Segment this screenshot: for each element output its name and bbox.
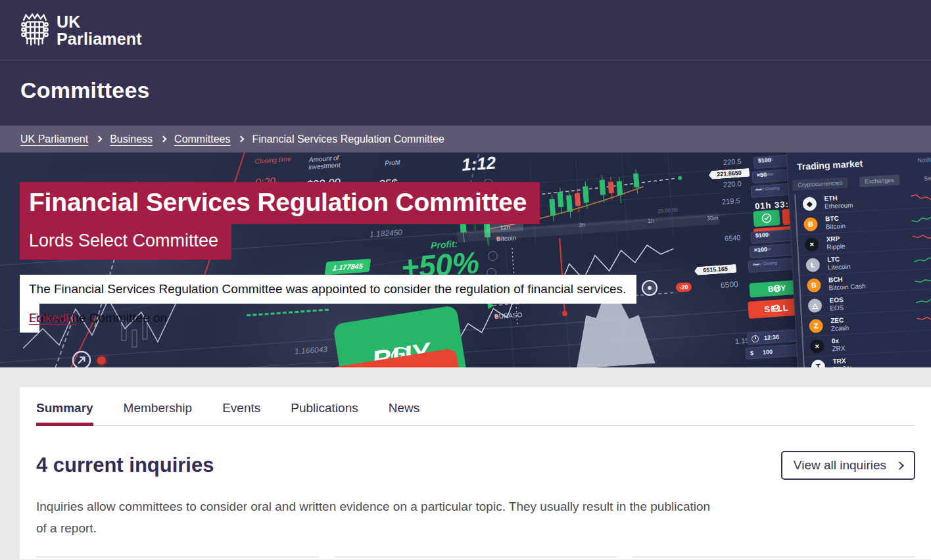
inquiry-card: [633, 557, 915, 559]
logo-wordmark: UK Parliament: [57, 13, 142, 47]
inquiries-heading: 4 current inquiries: [36, 454, 214, 477]
chevron-right-icon: [238, 136, 245, 143]
investment-label: Amount of investment: [298, 153, 349, 171]
chevron-right-icon: [96, 136, 103, 143]
sparkline-up: [915, 293, 931, 306]
timeframe-30m: 30m: [707, 214, 719, 222]
breadcrumb-link-business[interactable]: Business: [110, 133, 153, 145]
map-pin-icon: [97, 356, 106, 365]
trading-market-panel: Trading market Notifications Cryptocurre…: [786, 152, 931, 367]
view-all-inquiries-button[interactable]: View all inquiries: [781, 451, 915, 480]
profit-label: Profit: [376, 158, 410, 167]
chevron-right-icon: [160, 136, 167, 143]
committee-follow-line: Follow the Committee on LinkedIn.: [20, 304, 39, 333]
ripple-icon: ×: [805, 237, 819, 252]
price-tick: 219.5: [722, 197, 740, 206]
price-tick: 220.0: [723, 179, 742, 189]
sparkline-up: [913, 252, 931, 265]
zrx-icon: ×: [810, 338, 824, 353]
sparkline-up: [915, 273, 931, 285]
section-band: Committees: [0, 60, 931, 126]
clock-icon: [752, 335, 759, 342]
bitcoin-cash-icon: B: [807, 278, 821, 292]
sparkline-down: [910, 191, 931, 204]
arrow-up-circle-icon: [71, 350, 92, 367]
committee-tabs: Summary Membership Events Publications N…: [36, 401, 915, 426]
eos-icon: △: [807, 298, 822, 313]
committee-description: The Financial Services Regulation Commit…: [20, 275, 636, 304]
price-tick: 6540: [725, 233, 741, 243]
loss-badge: -20: [676, 282, 692, 292]
hero-banner: Closing time 0:20 Amount of investment $…: [0, 152, 931, 367]
asset-label-bitcoin: Bitcoin: [496, 237, 500, 241]
inquiries-header-row: 4 current inquiries View all inquiries: [36, 451, 915, 480]
tab-publications[interactable]: Publications: [291, 401, 358, 415]
sparkline-up: [911, 212, 931, 224]
tab-news[interactable]: News: [389, 401, 420, 415]
inquiry-cards: [36, 557, 915, 559]
site-header: UK Parliament: [0, 0, 931, 60]
linkedin-link[interactable]: LinkedIn: [29, 304, 76, 333]
page-title: Committees: [0, 60, 931, 103]
breadcrumb-current: Financial Services Regulation Committee: [252, 133, 444, 145]
ethereum-icon: ◆: [802, 197, 817, 211]
committee-subtitle-banner: Lords Select Committee: [20, 224, 231, 260]
uk-parliament-logo[interactable]: UK Parliament: [20, 12, 142, 49]
spacer: [0, 367, 931, 387]
breadcrumb-link-uk-parliament[interactable]: UK Parliament: [20, 133, 88, 145]
closing-time-label: Closing time: [251, 155, 295, 166]
market-tab-exchanges: Exchanges: [859, 175, 899, 187]
market-tab-crypto: Cryptocurrencies: [792, 177, 848, 191]
sparkline-down: [913, 232, 931, 245]
tab-summary[interactable]: Summary: [36, 401, 93, 415]
check-circle-icon: [761, 212, 772, 223]
main-panel: Summary Membership Events Publications N…: [20, 387, 931, 559]
breadcrumb: UK Parliament Business Committees Financ…: [0, 126, 931, 152]
inquiry-card: [36, 557, 319, 559]
coin-list: ◆ETHEthereum BBTCBitcoin ×XRPRipple ŁLTC…: [794, 187, 931, 367]
confirm-button: [753, 210, 780, 227]
zcash-icon: Z: [809, 319, 823, 333]
eye-icon: [642, 280, 657, 296]
timeframe-3h: 3h: [579, 222, 586, 229]
sparkline-down: [917, 314, 931, 326]
tab-events[interactable]: Events: [222, 401, 260, 415]
price-tick: 220.5: [723, 157, 742, 166]
inquiries-intro: Inquiries allow committees to consider o…: [36, 496, 723, 539]
tron-icon: T: [811, 359, 825, 367]
check-circle-icon: [773, 304, 781, 313]
market-tab-securities: Securities: [919, 172, 931, 184]
breadcrumb-link-committees[interactable]: Committees: [174, 133, 230, 145]
market-notifications: Notifications: [917, 156, 931, 164]
portcullis-icon: [20, 12, 49, 49]
litecoin-icon: Ł: [805, 258, 820, 272]
timeframe-1h: 1h: [648, 218, 655, 225]
inquiry-card: [335, 557, 617, 559]
follow-period: .: [29, 304, 32, 333]
arrow-up-circle-icon: [773, 285, 782, 293]
view-all-label: View all inquiries: [794, 458, 886, 473]
bitcoin-icon: B: [803, 217, 818, 231]
chevron-right-icon: [895, 461, 904, 470]
market-title: Trading market: [797, 158, 863, 172]
committee-title-banner: Financial Services Regulation Committee: [20, 182, 540, 224]
price-tick: 6500: [721, 279, 739, 290]
tab-membership[interactable]: Membership: [124, 401, 193, 415]
